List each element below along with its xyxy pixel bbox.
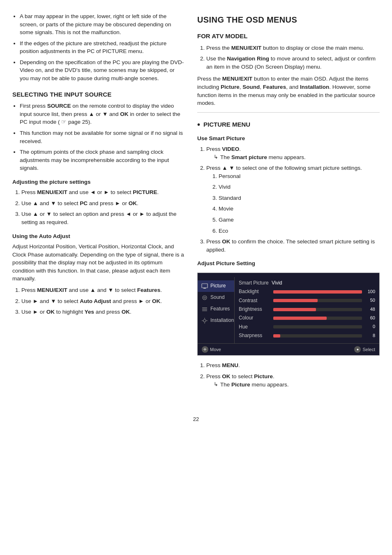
adjusting-section: Adjusting the picture settings Press MEN… (12, 178, 185, 227)
osd-value-smart-picture: Vivid (272, 280, 292, 287)
osd-num-brightness: 48 (364, 306, 375, 313)
osd-row-sharpness: Sharpness 8 (239, 332, 375, 339)
osd-bar-fill-backlight (273, 290, 362, 294)
osd-bar-hue (273, 325, 362, 328)
smart-option-movie: Movie (219, 205, 380, 213)
intro-bullet-1: A bar may appear in the upper, lower, ri… (20, 12, 185, 37)
osd-bar-fill-sharpness (273, 334, 280, 338)
move-icon: ✛ (202, 346, 208, 353)
intro-bullets: A bar may appear in the upper, lower, ri… (12, 12, 185, 83)
svg-rect-4 (202, 308, 207, 308)
adjusting-step-2: Use ▲ and ▼ to select PC and press ► or … (21, 199, 185, 208)
smart-picture-steps: Press VIDEO. ↳ The Smart picture menu ap… (206, 145, 380, 254)
auto-adjust-step-3: Use ► or OK to highlight Yes and press O… (21, 308, 185, 316)
svg-point-3 (204, 297, 205, 298)
osd-menu-box: Picture Sound (197, 273, 380, 356)
auto-adjust-step-1: Press MENU/EXIT and use ▲ and ▼ to selec… (21, 286, 185, 294)
svg-rect-5 (202, 309, 207, 310)
sidebar-item-picture: Picture (198, 280, 234, 292)
osd-bar-fill-contrast (273, 299, 318, 302)
picture-bullet-dot: • (197, 120, 200, 129)
adjusting-heading: Adjusting the picture settings (12, 178, 185, 186)
osd-menu-sidebar: Picture Sound (198, 277, 379, 344)
osd-num-contrast: 50 (364, 297, 375, 304)
adjusting-step-3: Use ▲ or ▼ to select an option and press… (21, 210, 185, 226)
selecting-section: SELECTING THE INPUT SOURCE First press S… (12, 90, 185, 172)
adjusting-steps: Press MENU/EXIT and use ◄ or ► to select… (21, 188, 185, 226)
main-title: USING THE OSD MENUS (197, 14, 380, 26)
osd-num-hue: 0 (364, 324, 375, 330)
osd-bar-sharpness (273, 334, 362, 338)
osd-row-brightness: Brightness 48 (239, 306, 375, 313)
bottom-step-2: Press OK to select Picture. ↳ The Pictur… (206, 372, 380, 388)
smart-option-game: Game (219, 216, 380, 224)
divider (197, 112, 380, 113)
sidebar-label-installation: Installation (210, 317, 234, 324)
smart-options-list: Personal Vivid Standard Movie Game Eco (219, 172, 380, 235)
osd-label-backlight: Backlight (239, 288, 272, 295)
sidebar-label-sound: Sound (210, 294, 225, 301)
osd-content: Smart Picture Vivid Backlight 100 (235, 277, 379, 344)
selecting-bullet-1: First press SOURCE on the remote control… (20, 102, 185, 126)
svg-rect-1 (203, 288, 206, 289)
osd-footer: ✛ Move ● Select (198, 343, 379, 355)
arrow-icon-2: ↳ (214, 381, 218, 388)
for-atv-para: Press the MENU/EXIT button to enter the … (197, 75, 380, 107)
page-number: 22 (0, 416, 392, 423)
osd-footer-move: ✛ Move (202, 346, 221, 353)
osd-row-backlight: Backlight 100 (239, 288, 375, 295)
left-column: A bar may appear in the upper, lower, ri… (12, 12, 185, 393)
osd-footer-select: ● Select (354, 346, 375, 353)
sidebar-item-sound: Sound (198, 292, 234, 303)
osd-bar-fill-brightness (273, 308, 316, 311)
for-atv-steps: Press the MENU/EXIT button to display or… (206, 44, 380, 71)
osd-bar-backlight (273, 290, 362, 294)
osd-sidebar: Picture Sound (198, 277, 235, 344)
main-title-section: USING THE OSD MENUS (197, 14, 380, 26)
osd-bar-fill-colour (273, 317, 327, 320)
footer-move-label: Move (210, 347, 221, 353)
features-icon (201, 305, 208, 313)
adjust-picture-title: Adjust Picture Setting (197, 259, 380, 268)
osd-row-contrast: Contrast 50 (239, 297, 375, 304)
selecting-title: SELECTING THE INPUT SOURCE (12, 90, 185, 99)
smart-sub-1: ↳ The Smart picture menu appears. (214, 153, 380, 162)
auto-adjust-step-2: Use ► and ▼ to select Auto Adjust and pr… (21, 297, 185, 305)
smart-step-2: Press ▲ ▼ to select one of the following… (206, 164, 380, 235)
auto-adjust-steps: Press MENU/EXIT and use ▲ and ▼ to selec… (21, 286, 185, 316)
use-smart-picture-title: Use Smart Picture (197, 134, 380, 143)
for-atv-title: FOR ATV MODEL (197, 32, 380, 41)
svg-rect-0 (202, 284, 208, 288)
osd-label-colour: Colour (239, 314, 272, 321)
right-column: USING THE OSD MENUS FOR ATV MODEL Press … (197, 12, 380, 393)
smart-option-standard: Standard (219, 194, 380, 202)
osd-label-contrast: Contrast (239, 297, 272, 304)
osd-row-hue: Hue 0 (239, 324, 375, 331)
osd-bar-brightness (273, 308, 362, 311)
installation-icon (201, 317, 208, 324)
osd-bar-colour (273, 317, 362, 320)
osd-num-backlight: 100 (364, 289, 375, 295)
auto-adjust-para: Adjust Horizontal Position, Vertical Pos… (12, 243, 185, 283)
intro-bullet-3: Depending on the specification of the PC… (20, 58, 185, 83)
for-atv-section: FOR ATV MODEL Press the MENU/EXIT button… (197, 32, 380, 107)
sidebar-item-features: Features (198, 303, 234, 315)
osd-num-sharpness: 8 (364, 333, 375, 339)
intro-bullet-list: A bar may appear in the upper, lower, ri… (20, 12, 185, 83)
osd-label-sharpness: Sharpness (239, 332, 272, 339)
osd-row-colour: Colour 60 (239, 314, 375, 321)
svg-rect-6 (202, 310, 207, 311)
intro-bullet-2: If the edges of the picture are stretche… (20, 39, 185, 56)
auto-adjust-section: Using the Auto Adjust Adjust Horizontal … (12, 232, 185, 316)
picture-menu-section: • PICTURE MENU Use Smart Picture Press V… (197, 120, 380, 388)
picture-icon (201, 282, 208, 290)
bottom-step-1: Press MENU. (206, 361, 380, 370)
for-atv-step-2: Use the Navigation Ring to move around t… (206, 55, 380, 71)
osd-num-colour: 60 (364, 315, 375, 321)
smart-option-vivid: Vivid (219, 183, 380, 191)
smart-step-1: Press VIDEO. ↳ The Smart picture menu ap… (206, 145, 380, 161)
auto-adjust-heading: Using the Auto Adjust (12, 232, 185, 240)
select-icon: ● (354, 346, 361, 353)
selecting-bullet-2: This function may not be available for s… (20, 129, 185, 145)
svg-point-2 (203, 296, 207, 300)
